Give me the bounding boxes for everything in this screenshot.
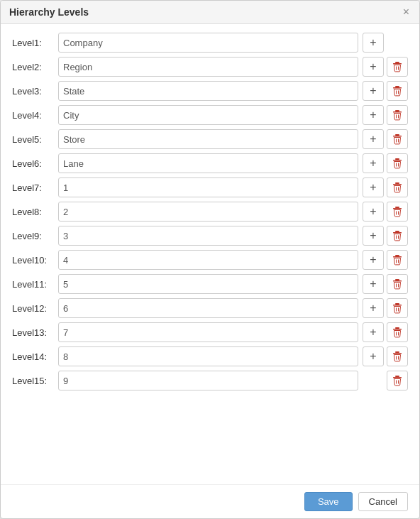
level-input-13[interactable] <box>58 322 358 342</box>
add-button-3[interactable]: + <box>363 81 384 101</box>
delete-button-14[interactable] <box>387 346 408 366</box>
dialog-header: Hierarchy Levels × <box>1 1 419 24</box>
add-button-7[interactable]: + <box>363 177 384 197</box>
level-label-13: Level13: <box>12 327 58 338</box>
level-label-8: Level8: <box>12 207 58 217</box>
svg-rect-25 <box>393 208 402 209</box>
delete-button-13[interactable] <box>387 322 408 342</box>
delete-button-3[interactable] <box>387 81 408 101</box>
svg-rect-36 <box>395 279 399 280</box>
plus-icon: + <box>370 205 376 218</box>
delete-button-15[interactable] <box>387 371 408 390</box>
level-input-14[interactable] <box>58 346 358 366</box>
svg-rect-52 <box>395 376 399 377</box>
add-button-6[interactable]: + <box>363 153 384 173</box>
add-button-10[interactable]: + <box>363 250 384 270</box>
trash-icon <box>392 302 403 314</box>
trash-icon <box>392 327 403 338</box>
plus-icon: + <box>370 326 376 339</box>
svg-rect-29 <box>393 232 402 234</box>
level-label-9: Level9: <box>12 231 58 241</box>
trash-icon <box>392 254 403 266</box>
level-label-2: Level2: <box>12 62 58 72</box>
delete-button-10[interactable] <box>387 250 408 270</box>
level-row: Level8:+ <box>12 202 408 222</box>
level-label-4: Level4: <box>12 110 58 121</box>
cancel-button[interactable]: Cancel <box>358 492 408 511</box>
add-button-11[interactable]: + <box>363 274 384 294</box>
svg-rect-4 <box>395 86 399 87</box>
level-input-9[interactable] <box>58 226 358 246</box>
plus-icon: + <box>370 133 376 146</box>
delete-button-9[interactable] <box>387 226 408 246</box>
plus-icon: + <box>370 350 376 363</box>
add-button-1[interactable]: + <box>363 33 384 53</box>
level-row: Level7:+ <box>12 177 408 197</box>
trash-icon <box>392 375 403 386</box>
add-button-8[interactable]: + <box>363 202 384 222</box>
svg-rect-13 <box>393 136 402 137</box>
level-input-5[interactable] <box>58 129 358 149</box>
svg-rect-49 <box>393 353 402 354</box>
add-button-14[interactable]: + <box>363 346 384 366</box>
trash-icon <box>392 278 403 290</box>
level-row: Level10:+ <box>12 250 408 270</box>
delete-button-7[interactable] <box>387 177 408 197</box>
level-input-1[interactable] <box>58 33 358 53</box>
level-row: Level2:+ <box>12 57 408 77</box>
level-row: Level15: <box>12 371 408 390</box>
add-button-12[interactable]: + <box>363 298 384 318</box>
level-input-3[interactable] <box>58 81 358 101</box>
delete-button-6[interactable] <box>387 153 408 173</box>
level-input-7[interactable] <box>58 177 358 197</box>
svg-rect-16 <box>395 158 399 160</box>
level-input-2[interactable] <box>58 57 358 77</box>
level-input-6[interactable] <box>58 153 358 173</box>
plus-icon: + <box>370 157 376 170</box>
svg-rect-44 <box>395 327 399 329</box>
level-label-3: Level3: <box>12 86 58 97</box>
svg-rect-37 <box>393 280 402 282</box>
level-input-8[interactable] <box>58 202 358 222</box>
level-input-10[interactable] <box>58 250 358 270</box>
plus-icon: + <box>370 36 376 49</box>
svg-rect-45 <box>393 329 402 330</box>
level-row: Level1:+ <box>12 33 408 53</box>
level-row: Level3:+ <box>12 81 408 101</box>
add-button-2[interactable]: + <box>363 57 384 77</box>
add-button-4[interactable]: + <box>363 105 384 125</box>
level-input-12[interactable] <box>58 298 358 318</box>
svg-rect-32 <box>395 255 399 256</box>
dialog-body: Level1:+Level2:+ Level3:+ Level4:+ Level… <box>1 24 419 484</box>
add-button-5[interactable]: + <box>363 129 384 149</box>
svg-rect-5 <box>393 87 402 89</box>
plus-icon: + <box>370 278 376 290</box>
level-row: Level11:+ <box>12 274 408 294</box>
add-button-13[interactable]: + <box>363 322 384 342</box>
level-input-11[interactable] <box>58 274 358 294</box>
delete-button-12[interactable] <box>387 298 408 318</box>
dialog-footer: Save Cancel <box>1 484 419 518</box>
close-button[interactable]: × <box>402 6 411 18</box>
level-row: Level14:+ <box>12 346 408 366</box>
level-input-4[interactable] <box>58 105 358 125</box>
delete-button-11[interactable] <box>387 274 408 294</box>
svg-rect-17 <box>393 160 402 161</box>
delete-button-4[interactable] <box>387 105 408 125</box>
save-button[interactable]: Save <box>304 492 353 511</box>
plus-icon: + <box>370 109 376 121</box>
level-row: Level12:+ <box>12 298 408 318</box>
add-button-9[interactable]: + <box>363 226 384 246</box>
plus-icon: + <box>370 60 376 73</box>
trash-icon <box>392 182 403 193</box>
svg-rect-8 <box>395 110 399 111</box>
level-label-14: Level14: <box>12 351 58 362</box>
level-input-15[interactable] <box>58 371 358 390</box>
plus-icon: + <box>370 181 376 194</box>
svg-rect-53 <box>393 377 402 378</box>
delete-button-5[interactable] <box>387 129 408 149</box>
plus-icon: + <box>370 253 376 266</box>
delete-button-2[interactable] <box>387 57 408 77</box>
delete-button-8[interactable] <box>387 202 408 222</box>
level-row: Level13:+ <box>12 322 408 342</box>
